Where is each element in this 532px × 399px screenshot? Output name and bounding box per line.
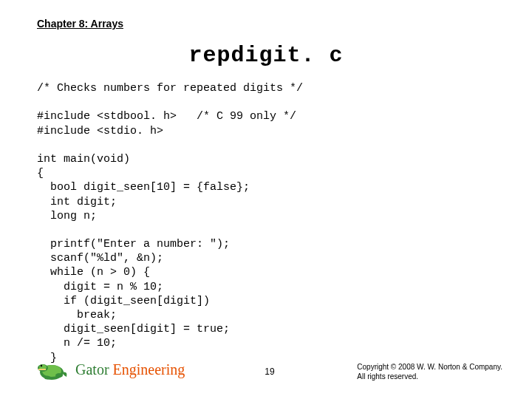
copyright-line-2: All rights reserved. <box>357 372 502 382</box>
gator-icon <box>37 353 69 381</box>
chapter-heading: Chapter 8: Arrays <box>37 18 123 30</box>
copyright-text: Copyright © 2008 W. W. Norton & Company.… <box>357 363 502 381</box>
copyright-line-1: Copyright © 2008 W. W. Norton & Company. <box>357 363 502 372</box>
page-number: 19 <box>265 366 274 377</box>
brand-text: Gator Engineering <box>75 361 185 378</box>
svg-point-6 <box>44 376 50 380</box>
page-title: repdigit. c <box>0 43 532 68</box>
code-listing: /* Checks numbers for repeated digits */… <box>37 81 495 365</box>
footer: Gator Engineering 19 Copyright © 2008 W.… <box>37 355 502 386</box>
brand-last: Engineering <box>109 361 185 378</box>
svg-point-5 <box>55 373 63 378</box>
svg-point-4 <box>41 365 42 366</box>
brand-first: Gator <box>75 361 109 378</box>
